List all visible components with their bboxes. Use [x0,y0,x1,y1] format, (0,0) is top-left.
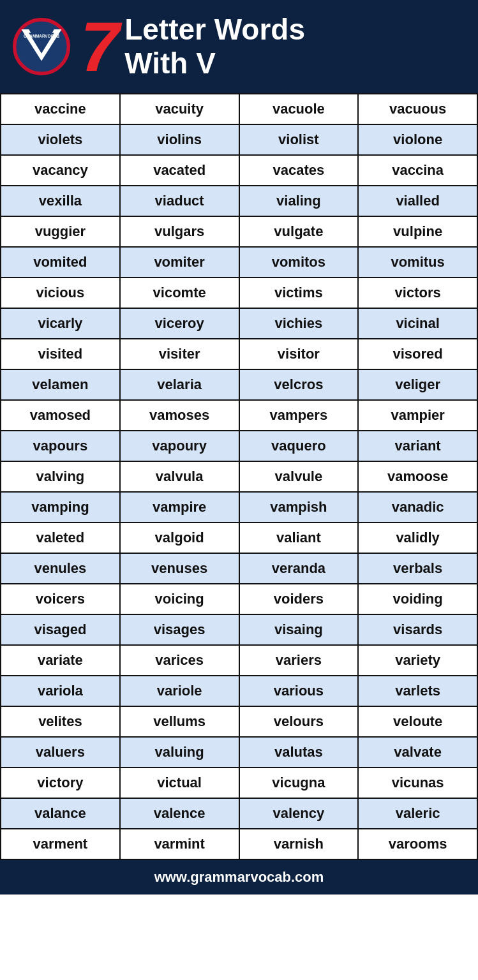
word-cell: visaged [1,614,120,645]
word-cell: valvule [239,461,359,492]
word-cell: vaccine [1,94,120,124]
word-cell: validly [358,523,477,553]
table-row: vampingvampirevampishvanadic [1,492,477,523]
word-cell: vampier [358,400,477,431]
word-cell: vulpine [358,216,477,247]
word-cell: visaing [239,614,359,645]
word-cell: vomited [1,247,120,278]
word-cell: vaquero [239,431,359,461]
word-cell: variate [1,645,120,676]
word-cell: vacancy [1,155,120,186]
word-cell: vicomte [120,278,239,308]
table-row: valetedvalgoidvaliantvalidly [1,523,477,553]
word-cell: vialing [239,186,359,216]
word-cell: vampers [239,400,359,431]
word-cell: valuers [1,737,120,768]
word-cell: varnish [239,829,359,859]
word-cell: vicugna [239,768,359,798]
table-row: valancevalencevalencyvaleric [1,798,477,829]
word-cell: valutas [239,737,359,768]
word-cell: visages [120,614,239,645]
word-cell: viaduct [120,186,239,216]
word-cell: varment [1,829,120,859]
word-cell: velours [239,706,359,737]
word-cell: varices [120,645,239,676]
table-row: violetsviolinsviolistviolone [1,124,477,155]
word-cell: voiders [239,584,359,614]
word-cell: valgoid [120,523,239,553]
word-cell: vamosed [1,400,120,431]
word-cell: voicing [120,584,239,614]
word-cell: victors [358,278,477,308]
word-cell: vampire [120,492,239,523]
header: GRAMMARVOCAB 7 Letter Words With V [0,0,478,93]
table-row: vomitedvomitervomitosvomitus [1,247,477,278]
table-row: vapoursvapouryvaquerovariant [1,431,477,461]
word-cell: vicinal [358,308,477,339]
word-cell: voicers [1,584,120,614]
word-cell: venules [1,553,120,584]
word-cell: vapours [1,431,120,461]
table-row: varmentvarmintvarnishvarooms [1,829,477,859]
word-cell: valuing [120,737,239,768]
word-cell: venuses [120,553,239,584]
table-row: viciousvicomtevictimsvictors [1,278,477,308]
word-cell: vulgate [239,216,359,247]
word-cell: vaccina [358,155,477,186]
word-cell: variety [358,645,477,676]
table-row: victoryvictualvicugnavicunas [1,768,477,798]
word-cell: valance [1,798,120,829]
table-row: vamosedvamosesvampersvampier [1,400,477,431]
word-cell: vomitos [239,247,359,278]
word-cell: visiter [120,339,239,369]
word-cell: various [239,676,359,706]
word-cell: veloute [358,706,477,737]
word-cell: vacates [239,155,359,186]
table-row: velitesvellumsveloursveloute [1,706,477,737]
word-cell: varmint [120,829,239,859]
word-cell: vuggier [1,216,120,247]
word-cell: visitor [239,339,359,369]
word-cell: variers [239,645,359,676]
word-cell: visored [358,339,477,369]
footer: www.grammarvocab.com [0,860,478,895]
word-cell: vacuous [358,94,477,124]
word-cell: valvula [120,461,239,492]
table-row: vicarlyviceroyvichiesvicinal [1,308,477,339]
word-cell: vicunas [358,768,477,798]
word-cell: vamping [1,492,120,523]
word-cell: vichies [239,308,359,339]
word-cell: vamoose [358,461,477,492]
table-row: velamenvelariavelcrosveliger [1,369,477,400]
word-cell: valeric [358,798,477,829]
word-cell: violins [120,124,239,155]
word-cell: vomitus [358,247,477,278]
word-cell: vomiter [120,247,239,278]
table-row: vuggiervulgarsvulgatevulpine [1,216,477,247]
word-cell: vicious [1,278,120,308]
word-table: vaccinevacuityvacuolevacuousvioletsvioli… [0,93,478,860]
word-cell: vapoury [120,431,239,461]
word-cell: violist [239,124,359,155]
word-cell: vampish [239,492,359,523]
word-cell: visards [358,614,477,645]
word-cell: voiding [358,584,477,614]
word-cell: vamoses [120,400,239,431]
word-cell: variole [120,676,239,706]
word-cell: vexilla [1,186,120,216]
table-row: variatevaricesvariersvariety [1,645,477,676]
word-cell: vanadic [358,492,477,523]
word-cell: varlets [358,676,477,706]
word-cell: victory [1,768,120,798]
table-row: vexillaviaductvialingvialled [1,186,477,216]
word-cell: vellums [120,706,239,737]
word-cell: velamen [1,369,120,400]
table-row: vaccinevacuityvacuolevacuous [1,94,477,124]
word-cell: vulgars [120,216,239,247]
logo: GRAMMARVOCAB [13,18,70,75]
table-row: venulesvenusesverandaverbals [1,553,477,584]
table-row: valuersvaluingvalutasvalvate [1,737,477,768]
word-cell: variant [358,431,477,461]
word-cell: viceroy [120,308,239,339]
word-cell: vacuity [120,94,239,124]
